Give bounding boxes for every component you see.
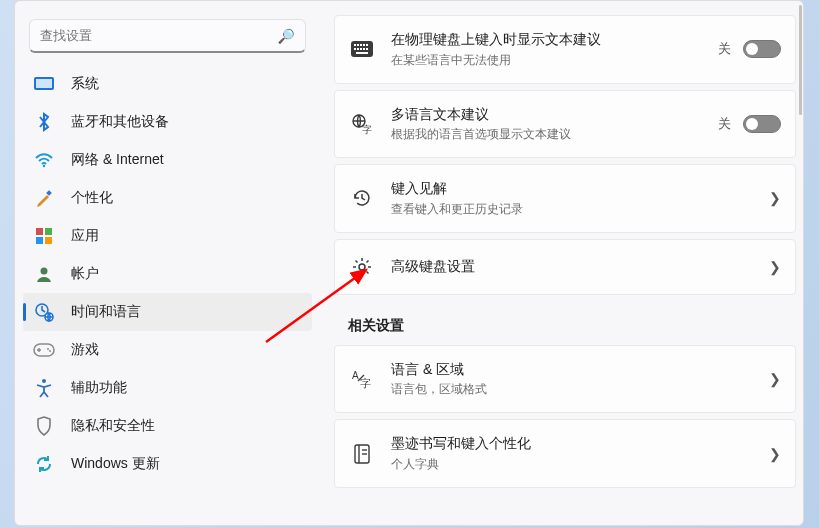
brush-icon [33,187,55,209]
svg-rect-5 [45,228,52,235]
card-subtitle: 根据我的语言首选项显示文本建议 [391,126,718,143]
svg-rect-27 [366,48,368,50]
svg-point-2 [43,165,45,167]
scrollbar[interactable] [799,5,802,115]
svg-rect-21 [363,44,365,46]
nav-label: 帐户 [71,265,304,283]
nav-list: 系统蓝牙和其他设备网络 & Internet个性化应用帐户时间和语言游戏辅助功能… [23,65,312,483]
nav-accessibility[interactable]: 辅助功能 [23,369,312,407]
nav-label: 个性化 [71,189,304,207]
card-inking-personalization[interactable]: 墨迹书写和键入个性化 个人字典 ❯ [334,419,796,488]
card-advanced-keyboard[interactable]: 高级键盘设置 ❯ [334,239,796,295]
nav-label: Windows 更新 [71,455,304,473]
toggle-state: 关 [718,115,731,133]
svg-point-31 [359,264,365,270]
card-title: 高级键盘设置 [391,257,769,277]
language-icon: A字 [349,366,375,392]
svg-rect-20 [360,44,362,46]
gear-icon [349,254,375,280]
gamepad-icon [33,339,55,361]
main-pane: 在物理键盘上键入时显示文本建议 在某些语言中无法使用 关 字 多语言文本建议 根… [320,1,803,525]
person-icon [33,263,55,285]
nav-label: 系统 [71,75,304,93]
svg-rect-26 [363,48,365,50]
dictionary-icon [349,441,375,467]
card-multilingual-suggestions[interactable]: 字 多语言文本建议 根据我的语言首选项显示文本建议 关 [334,90,796,159]
svg-text:字: 字 [362,124,372,135]
svg-rect-7 [45,237,52,244]
update-icon [33,453,55,475]
settings-window: 🔍 系统蓝牙和其他设备网络 & Internet个性化应用帐户时间和语言游戏辅助… [14,0,804,526]
svg-rect-25 [360,48,362,50]
nav-label: 时间和语言 [71,303,304,321]
accessibility-icon [33,377,55,399]
card-text-suggestions-physical[interactable]: 在物理键盘上键入时显示文本建议 在某些语言中无法使用 关 [334,15,796,84]
nav-clock-globe[interactable]: 时间和语言 [23,293,312,331]
card-typing-insights[interactable]: 键入见解 查看键入和更正历史记录 ❯ [334,164,796,233]
chevron-right-icon: ❯ [769,259,781,275]
chevron-right-icon: ❯ [769,446,781,462]
svg-rect-6 [36,237,43,244]
keyboard-icon [349,36,375,62]
card-language-region[interactable]: A字 语言 & 区域 语言包，区域格式 ❯ [334,345,796,414]
nav-gamepad[interactable]: 游戏 [23,331,312,369]
card-subtitle: 查看键入和更正历史记录 [391,201,769,218]
card-subtitle: 个人字典 [391,456,769,473]
history-icon [349,185,375,211]
clock-globe-icon [33,301,55,323]
nav-system[interactable]: 系统 [23,65,312,103]
nav-label: 网络 & Internet [71,151,304,169]
search-icon: 🔍 [278,28,295,44]
svg-rect-1 [36,79,52,88]
section-related: 相关设置 [348,317,796,335]
svg-text:A: A [352,370,359,381]
nav-label: 应用 [71,227,304,245]
chevron-right-icon: ❯ [769,190,781,206]
toggle-state: 关 [718,40,731,58]
svg-rect-18 [354,44,356,46]
nav-shield[interactable]: 隐私和安全性 [23,407,312,445]
nav-bluetooth[interactable]: 蓝牙和其他设备 [23,103,312,141]
system-icon [33,73,55,95]
card-title: 在物理键盘上键入时显示文本建议 [391,30,718,50]
nav-label: 隐私和安全性 [71,417,304,435]
card-title: 墨迹书写和键入个性化 [391,434,769,454]
svg-rect-23 [354,48,356,50]
card-subtitle: 语言包，区域格式 [391,381,769,398]
svg-rect-28 [356,52,368,54]
toggle-switch[interactable] [743,115,781,133]
svg-rect-3 [46,190,52,196]
svg-rect-4 [36,228,43,235]
svg-rect-24 [357,48,359,50]
nav-wifi[interactable]: 网络 & Internet [23,141,312,179]
nav-apps[interactable]: 应用 [23,217,312,255]
svg-point-14 [47,348,49,350]
wifi-icon [33,149,55,171]
card-title: 语言 & 区域 [391,360,769,380]
card-subtitle: 在某些语言中无法使用 [391,52,718,69]
svg-text:字: 字 [360,377,371,389]
card-title: 键入见解 [391,179,769,199]
search-input[interactable] [40,28,278,43]
globe-char-icon: 字 [349,111,375,137]
shield-icon [33,415,55,437]
bluetooth-icon [33,111,55,133]
nav-label: 蓝牙和其他设备 [71,113,304,131]
nav-brush[interactable]: 个性化 [23,179,312,217]
toggle-switch[interactable] [743,40,781,58]
svg-point-8 [41,268,48,275]
chevron-right-icon: ❯ [769,371,781,387]
svg-rect-19 [357,44,359,46]
card-title: 多语言文本建议 [391,105,718,125]
svg-rect-22 [366,44,368,46]
nav-update[interactable]: Windows 更新 [23,445,312,483]
nav-label: 游戏 [71,341,304,359]
nav-person[interactable]: 帐户 [23,255,312,293]
svg-point-16 [42,379,46,383]
sidebar: 🔍 系统蓝牙和其他设备网络 & Internet个性化应用帐户时间和语言游戏辅助… [15,1,320,525]
svg-point-15 [49,350,51,352]
apps-icon [33,225,55,247]
search-box[interactable]: 🔍 [29,19,306,53]
nav-label: 辅助功能 [71,379,304,397]
